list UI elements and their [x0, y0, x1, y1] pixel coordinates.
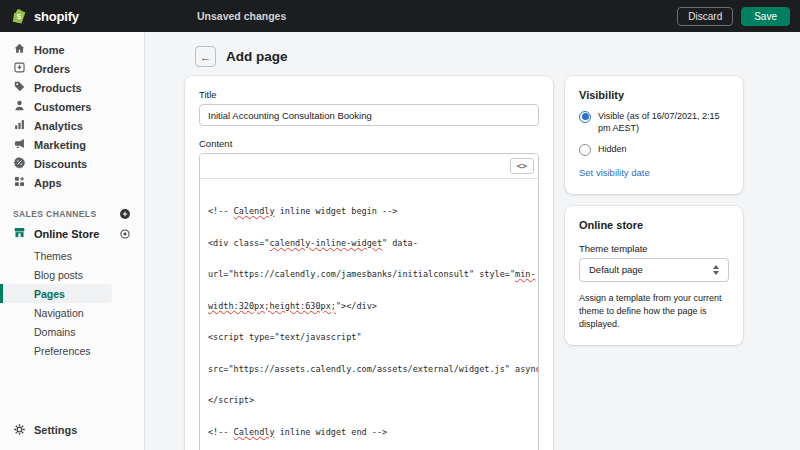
- sidebar-item-settings[interactable]: Settings: [0, 420, 77, 440]
- select-stepper-icon: [713, 265, 719, 275]
- sidebar-item-themes[interactable]: Themes: [0, 246, 112, 265]
- theme-template-label: Theme template: [579, 243, 729, 254]
- sidebar-item-label: Discounts: [34, 158, 87, 170]
- visibility-heading: Visibility: [579, 89, 729, 101]
- page-header: ← Add page: [195, 46, 800, 67]
- sales-channels-label: SALES CHANNELS: [13, 209, 97, 219]
- page-details-card: Title Content <> <!-- Calendly inline wi…: [185, 76, 553, 450]
- orders-icon: [13, 61, 26, 76]
- sidebar-item-online-store[interactable]: Online Store: [0, 223, 144, 244]
- theme-template-select[interactable]: Default page: [579, 258, 729, 282]
- analytics-icon: [13, 118, 26, 133]
- editor-toolbar: <>: [200, 154, 538, 179]
- sidebar-item-label: Analytics: [34, 120, 83, 132]
- back-arrow-icon: ←: [200, 51, 211, 63]
- visibility-option-label: Hidden: [598, 143, 627, 155]
- code-line: <!-- Calendly inline widget begin -->: [208, 206, 530, 217]
- view-store-eye-icon[interactable]: [119, 228, 131, 240]
- sales-channels-header: SALES CHANNELS: [0, 205, 144, 223]
- code-line: </script>: [208, 395, 530, 406]
- home-icon: [13, 42, 26, 57]
- code-line: url="https://calendly.com/jamesbanks/ini…: [208, 269, 530, 280]
- sidebar-item-products[interactable]: Products: [0, 78, 144, 97]
- sidebar-item-label: Home: [34, 44, 65, 56]
- code-line: <!-- Calendly inline widget end -->: [208, 427, 530, 438]
- discounts-icon: [13, 156, 26, 171]
- topbar: S shopify Unsaved changes Discard Save: [0, 0, 800, 32]
- theme-template-description: Assign a template from your current them…: [579, 292, 729, 331]
- add-sales-channel-button[interactable]: [119, 208, 131, 220]
- online-store-card: Online store Theme template Default page…: [565, 206, 743, 345]
- visibility-option-label: Visible (as of 16/07/2021, 2:15 pm AEST): [598, 110, 729, 134]
- shopify-wordmark: shopify: [34, 9, 79, 24]
- products-icon: [13, 80, 26, 95]
- sidebar-item-label: Orders: [34, 63, 70, 75]
- sidebar-item-blog-posts[interactable]: Blog posts: [0, 265, 112, 284]
- customers-icon: [13, 99, 26, 114]
- title-field-label: Title: [199, 89, 539, 100]
- sidebar-item-pages[interactable]: Pages: [0, 284, 112, 303]
- sidebar-item-navigation[interactable]: Navigation: [0, 303, 112, 322]
- sidebar-item-orders[interactable]: Orders: [0, 59, 144, 78]
- storefront-icon: [13, 226, 26, 241]
- marketing-icon: [13, 137, 26, 152]
- theme-template-value: Default page: [589, 264, 643, 275]
- topbar-actions: Discard Save: [677, 0, 790, 32]
- set-visibility-date-link[interactable]: Set visibility date: [579, 167, 650, 178]
- title-input[interactable]: [199, 104, 539, 126]
- unsaved-changes-status: Unsaved changes: [197, 0, 286, 32]
- content-code-area[interactable]: <!-- Calendly inline widget begin --> <d…: [200, 179, 538, 450]
- sidebar-item-label: Products: [34, 82, 82, 94]
- content-field-label: Content: [199, 138, 539, 149]
- sidebar-item-marketing[interactable]: Marketing: [0, 135, 144, 154]
- sidebar-item-apps[interactable]: Apps: [0, 173, 144, 192]
- online-store-subnav: Themes Blog posts Pages Navigation Domai…: [0, 246, 144, 360]
- radio-unselected-icon[interactable]: [579, 144, 591, 156]
- discard-button[interactable]: Discard: [677, 7, 733, 26]
- code-line: <div class="calendly-inline-widget" data…: [208, 238, 530, 249]
- main-content: ← Add page Title Content <> <!-- Calendl…: [145, 32, 800, 450]
- settings-column: Visibility Visible (as of 16/07/2021, 2:…: [565, 76, 743, 345]
- sidebar-item-label: Apps: [34, 177, 62, 189]
- apps-icon: [13, 175, 26, 190]
- code-line: src="https://assets.calendly.com/assets/…: [208, 364, 530, 375]
- sidebar-item-label: Marketing: [34, 139, 86, 151]
- sidebar-item-discounts[interactable]: Discounts: [0, 154, 144, 173]
- sidebar: Home Orders Products Customers Analytics…: [0, 32, 145, 450]
- online-store-heading: Online store: [579, 219, 729, 231]
- show-html-button[interactable]: <>: [510, 158, 534, 174]
- gear-icon: [13, 423, 26, 438]
- sidebar-item-domains[interactable]: Domains: [0, 322, 112, 341]
- shopify-logo[interactable]: S shopify: [12, 0, 79, 32]
- sidebar-item-preferences[interactable]: Preferences: [0, 341, 112, 360]
- form-column: Title Content <> <!-- Calendly inline wi…: [185, 76, 553, 450]
- svg-text:S: S: [17, 13, 22, 20]
- radio-selected-icon[interactable]: [579, 111, 591, 123]
- sidebar-item-home[interactable]: Home: [0, 40, 144, 59]
- content-editor: <> <!-- Calendly inline widget begin -->…: [199, 153, 539, 450]
- save-button-topbar[interactable]: Save: [741, 7, 790, 26]
- visibility-option-visible[interactable]: Visible (as of 16/07/2021, 2:15 pm AEST): [579, 110, 729, 134]
- sidebar-item-analytics[interactable]: Analytics: [0, 116, 144, 135]
- back-button[interactable]: ←: [195, 46, 216, 67]
- shopify-bag-icon: S: [12, 8, 29, 25]
- code-line: width:320px;height:630px;"></div>: [208, 301, 530, 312]
- code-line: <script type="text/javascript": [208, 332, 530, 343]
- settings-label: Settings: [34, 424, 77, 436]
- page-title: Add page: [226, 49, 288, 64]
- sidebar-item-label: Customers: [34, 101, 91, 113]
- visibility-option-hidden[interactable]: Hidden: [579, 143, 729, 156]
- visibility-card: Visibility Visible (as of 16/07/2021, 2:…: [565, 76, 743, 194]
- sidebar-item-customers[interactable]: Customers: [0, 97, 144, 116]
- online-store-label: Online Store: [34, 228, 99, 240]
